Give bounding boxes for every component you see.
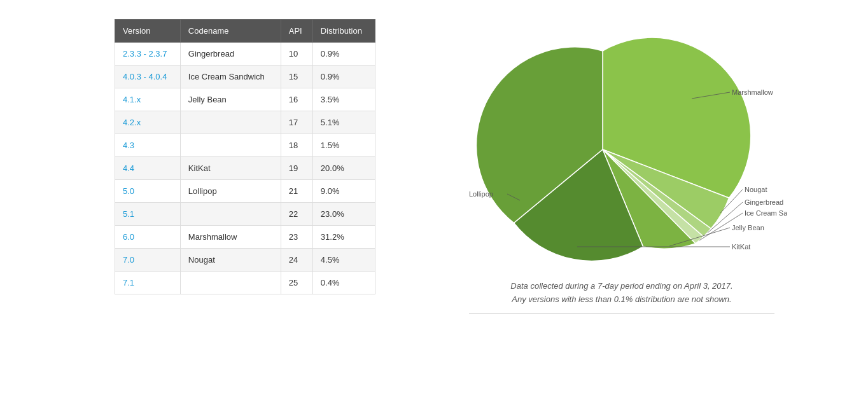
cell-api: 24 xyxy=(281,249,312,272)
table-row: 5.0Lollipop219.0% xyxy=(115,180,375,203)
cell-distribution: 0.9% xyxy=(312,43,375,66)
android-versions-table: Version Codename API Distribution 2.3.3 … xyxy=(115,19,375,294)
cell-version[interactable]: 4.0.3 - 4.0.4 xyxy=(115,66,181,88)
chart-note-line2: Any versions with less than 0.1% distrib… xyxy=(469,293,774,307)
cell-version[interactable]: 5.0 xyxy=(115,180,181,203)
table-row: 5.12223.0% xyxy=(115,203,375,226)
label-gingerbread: Gingerbread xyxy=(745,198,783,206)
pie-chart: Marshmallow Nougat Gingerbread Ice Cream… xyxy=(456,25,787,267)
cell-api: 21 xyxy=(281,180,312,203)
col-header-api: API xyxy=(281,20,312,43)
cell-version[interactable]: 2.3.3 - 2.3.7 xyxy=(115,43,181,66)
label-ics: Ice Cream Sandwich xyxy=(745,209,787,217)
cell-distribution: 4.5% xyxy=(312,249,375,272)
chart-note: Data collected during a 7-day period end… xyxy=(469,280,774,314)
cell-codename: Ice Cream Sandwich xyxy=(180,66,281,88)
label-lollipop: Lollipop xyxy=(469,190,493,198)
cell-distribution: 20.0% xyxy=(312,157,375,180)
cell-api: 22 xyxy=(281,203,312,226)
right-panel: Marshmallow Nougat Gingerbread Ice Cream… xyxy=(388,19,855,314)
cell-api: 18 xyxy=(281,134,312,157)
cell-version[interactable]: 7.1 xyxy=(115,272,181,294)
cell-codename: Nougat xyxy=(180,249,281,272)
cell-api: 19 xyxy=(281,157,312,180)
left-panel: Version Codename API Distribution 2.3.3 … xyxy=(13,19,388,294)
table-row: 6.0Marshmallow2331.2% xyxy=(115,226,375,249)
table-row: 7.0Nougat244.5% xyxy=(115,249,375,272)
table-row: 2.3.3 - 2.3.7Gingerbread100.9% xyxy=(115,43,375,66)
col-header-codename: Codename xyxy=(180,20,281,43)
cell-api: 16 xyxy=(281,88,312,111)
cell-distribution: 0.4% xyxy=(312,272,375,294)
cell-version[interactable]: 4.1.x xyxy=(115,88,181,111)
col-header-version: Version xyxy=(115,20,181,43)
cell-version[interactable]: 4.3 xyxy=(115,134,181,157)
label-kitkat: KitKat xyxy=(732,243,750,251)
cell-distribution: 0.9% xyxy=(312,66,375,88)
chart-note-line1: Data collected during a 7-day period end… xyxy=(469,280,774,293)
cell-api: 23 xyxy=(281,226,312,249)
cell-codename xyxy=(180,203,281,226)
cell-codename: Marshmallow xyxy=(180,226,281,249)
table-row: 7.1250.4% xyxy=(115,272,375,294)
pie-chart-container: Marshmallow Nougat Gingerbread Ice Cream… xyxy=(456,25,787,267)
table-row: 4.4KitKat1920.0% xyxy=(115,157,375,180)
cell-version[interactable]: 7.0 xyxy=(115,249,181,272)
table-row: 4.0.3 - 4.0.4Ice Cream Sandwich150.9% xyxy=(115,66,375,88)
cell-distribution: 31.2% xyxy=(312,226,375,249)
cell-version[interactable]: 6.0 xyxy=(115,226,181,249)
cell-codename: Lollipop xyxy=(180,180,281,203)
cell-version[interactable]: 5.1 xyxy=(115,203,181,226)
cell-distribution: 9.0% xyxy=(312,180,375,203)
cell-api: 25 xyxy=(281,272,312,294)
label-nougat: Nougat xyxy=(745,186,767,193)
cell-api: 10 xyxy=(281,43,312,66)
cell-distribution: 5.1% xyxy=(312,111,375,134)
cell-api: 15 xyxy=(281,66,312,88)
cell-distribution: 23.0% xyxy=(312,203,375,226)
cell-codename xyxy=(180,134,281,157)
col-header-distribution: Distribution xyxy=(312,20,375,43)
cell-distribution: 1.5% xyxy=(312,134,375,157)
cell-api: 17 xyxy=(281,111,312,134)
label-jellybean: Jelly Bean xyxy=(732,224,764,231)
table-row: 4.3181.5% xyxy=(115,134,375,157)
cell-version[interactable]: 4.4 xyxy=(115,157,181,180)
table-row: 4.1.xJelly Bean163.5% xyxy=(115,88,375,111)
label-marshmallow: Marshmallow xyxy=(732,88,773,96)
cell-codename xyxy=(180,111,281,134)
cell-codename: KitKat xyxy=(180,157,281,180)
table-row: 4.2.x175.1% xyxy=(115,111,375,134)
cell-codename xyxy=(180,272,281,294)
cell-distribution: 3.5% xyxy=(312,88,375,111)
cell-codename: Gingerbread xyxy=(180,43,281,66)
cell-codename: Jelly Bean xyxy=(180,88,281,111)
cell-version[interactable]: 4.2.x xyxy=(115,111,181,134)
